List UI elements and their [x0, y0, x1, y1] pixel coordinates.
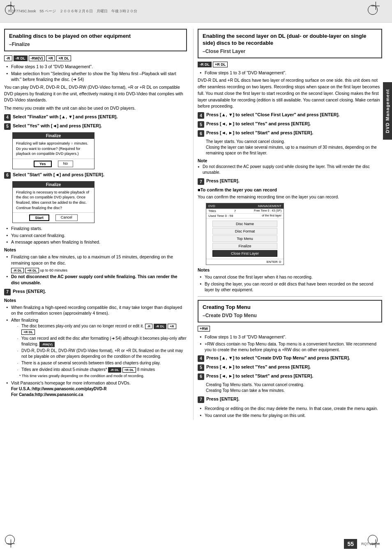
- main-content: Enabling discs to be played on other equ…: [0, 23, 392, 426]
- dvd-screen-row1: Titles 7 Free Time 0 : 43 (SP): [206, 209, 284, 214]
- note-ac: Do not disconnect the AC power supply co…: [6, 274, 187, 286]
- create-top-menu-intro: Follow steps 1 to 3 of "DVD Management".…: [198, 334, 382, 353]
- dash-chapters: Titles are divided into about 5-minute c…: [17, 367, 187, 373]
- dialog1-buttons: Yes No: [13, 159, 94, 169]
- url-usa: For U.S.A.:http://www.panasonic.com/play…: [11, 386, 187, 392]
- create-top-menu-subtitle: –Create DVD Top Menu: [203, 313, 377, 318]
- dash-reformat: You can record and edit the disc after f…: [17, 336, 187, 347]
- after-notes: When finalizing a high-speed recording c…: [4, 304, 187, 379]
- dialog1-body: Finalizing will take approximately ○ min…: [13, 139, 94, 159]
- url-canada: For Canada:http://www.panasonic.ca: [11, 392, 187, 398]
- after-step6-ctm: Creating Top Menu starts. You cannot can…: [198, 382, 382, 394]
- dialog2-buttons: Start Cancel: [13, 212, 94, 223]
- dvd-menu-finalize: Finalize: [212, 243, 277, 249]
- bullet-cannot-cancel: You cannot cancel finalizing.: [6, 233, 187, 239]
- ctm-after-bullets: Recording or editing on the disc may del…: [198, 405, 382, 418]
- step7-close-layer: 7 Press [ENTER].: [198, 178, 382, 185]
- badge-r-dl-note: -R DL: [11, 268, 24, 273]
- finalize-section-box: Enabling discs to be played on other equ…: [4, 29, 187, 51]
- confirm-layer-title: ■To confirm the layer you can record: [198, 187, 382, 192]
- step5-close-layer: 5 Press [◄, ►] to select "Yes" and press…: [198, 121, 382, 128]
- badge-r-dl-ch: -R DL: [108, 367, 121, 373]
- dialog1-no[interactable]: No: [58, 161, 74, 167]
- badge-rw: +RW: [198, 326, 210, 332]
- dialog2-title: Finalize: [13, 182, 94, 188]
- header-text: RQT7745C.book 55 ページ ２００６年２月６日 月曜日 午後３時２…: [8, 9, 137, 14]
- close-layer-body: DVD-R DL and +R DL discs have two layer …: [198, 77, 382, 110]
- dash-playonly: The disc becomes play-only and you can n…: [17, 323, 187, 335]
- note-after: After finalizing The disc becomes play-o…: [6, 317, 187, 378]
- notes-cl-after-label: Notes: [198, 267, 382, 272]
- star-note: * This time varies greatly depending on …: [11, 373, 187, 379]
- badge-r-dl-inline: -R DL: [154, 324, 166, 329]
- finalize-title: Enabling discs to be played on other equ…: [9, 33, 182, 40]
- after-step6-cl: The layer starts. You cannot cancel clos…: [198, 139, 382, 156]
- dvd-menu-top-menu: Top Menu: [212, 235, 277, 242]
- notes-label: Notes: [4, 247, 187, 252]
- step7-finalize: 7 Press [ENTER].: [4, 288, 187, 295]
- dialog2-cancel[interactable]: Cancel: [55, 214, 78, 221]
- close-layer-title: Enabling the second layer on DL (dual- o…: [203, 33, 377, 47]
- create-top-menu-title: Creating Top Menu: [203, 304, 377, 311]
- left-column: Enabling discs to be played on other equ…: [4, 29, 193, 420]
- bullet-cl-steps: Follow steps 1 to 3 of "DVD Management".: [200, 70, 382, 76]
- dvd-screen-header: DVD MANAGEMENT: [206, 203, 284, 209]
- dialog1-yes[interactable]: Yes: [34, 161, 52, 167]
- crosshair-tr: [371, 2, 380, 10]
- finalize-notes: Finalizing can take a few minutes, up to…: [4, 254, 187, 286]
- finalize-body2: The menu you create with the unit can al…: [4, 105, 187, 112]
- step4-finalize: 4 Select "Finalize" with [▲, ▼] and pres…: [4, 114, 187, 121]
- dvd-menu-disc-format: Disc Format: [212, 228, 277, 235]
- close-layer-subtitle: –Close First Layer: [203, 48, 377, 54]
- bullet-message: A message appears when finalizing is fin…: [6, 239, 187, 245]
- page-number: 55: [344, 539, 357, 549]
- finalize-badges: -R -R DL -RW(V) +R +R DL: [4, 55, 187, 61]
- page-header: RQT7745C.book 55 ページ ２００６年２月６日 月曜日 午後３時２…: [0, 0, 392, 23]
- section-divider: [198, 296, 382, 297]
- step4-close-layer: 4 Press [▲, ▼] to select "Close First La…: [198, 112, 382, 119]
- create-top-menu-badges: +RW: [198, 326, 382, 332]
- note-cl-label: Note: [198, 158, 382, 163]
- dialog2-body: Finalizing is necessary to enable playba…: [13, 188, 94, 212]
- footer-code: RQTV0134: [361, 542, 380, 546]
- badge-r-inline: -R: [145, 324, 152, 329]
- bullet-ctm-delete: Recording or editing on the disc may del…: [200, 405, 382, 412]
- note-time: Finalizing can take a few minutes, up to…: [6, 254, 187, 273]
- badge-cl-plus-r-dl: +R DL: [213, 62, 228, 67]
- note-cl2: By closing the layer, you can record or …: [200, 281, 382, 293]
- finalize-body1: You can play DVD-R, DVD-R DL, DVD-RW (DV…: [4, 84, 187, 104]
- bullet-starts: Finalizing starts.: [6, 226, 187, 232]
- step6-ctm: 6 Press [◄, ►] to select "Start" and pre…: [198, 373, 382, 380]
- badge-rwv-inline: -RW(V): [39, 342, 55, 347]
- bullet-make-selection: Make selection from "Selecting whether t…: [6, 71, 187, 83]
- badge-r-dl: -R DL: [14, 55, 28, 61]
- finalize-subtitle: –Finalize: [9, 41, 182, 47]
- dialog2-start[interactable]: Start: [29, 214, 49, 221]
- step5-finalize: 5 Select "Yes" with [◄] and press [ENTER…: [4, 123, 187, 130]
- dvd-menu-close-first-layer: Close First Layer: [212, 250, 277, 257]
- badge-plus-r-dl-ch: +R DL: [122, 367, 136, 373]
- notes-label2: Notes: [4, 298, 187, 303]
- dialog1-finalize: Finalize Finalizing will take approximat…: [12, 132, 95, 169]
- note-highspeed: When finalizing a high-speed recording c…: [6, 304, 187, 316]
- close-layer-badges: -R DL +R DL: [198, 62, 382, 67]
- badge-cl-r-dl: -R DL: [198, 62, 212, 67]
- dash-pause: There is a pause of several seconds betw…: [17, 360, 187, 366]
- dialog1-title: Finalize: [13, 133, 94, 139]
- close-layer-intro: Follow steps 1 to 3 of "DVD Management".: [198, 70, 382, 76]
- crosshair-tl: [7, 2, 15, 10]
- badge-rwv: -RW(V): [29, 55, 45, 61]
- badge-plus-r-dl-inline: +R DL: [21, 329, 35, 335]
- bullet-visit: Visit Panasonic's homepage for more info…: [6, 380, 187, 398]
- after-finalize-bullets: Finalizing starts. You cannot cancel fin…: [4, 226, 187, 245]
- visit-panasonic: Visit Panasonic's homepage for more info…: [4, 380, 187, 398]
- step6-finalize: 6 Select "Start" with [◄] and press [ENT…: [4, 172, 187, 179]
- step6-close-layer: 6 Press [◄, ►] to select "Start" and pre…: [198, 130, 382, 137]
- note-cl-ac: Do not disconnect the AC power supply co…: [198, 164, 382, 175]
- close-layer-notes: You cannot close the first layer when it…: [198, 274, 382, 293]
- crosshair-bl: [7, 539, 15, 548]
- step4-ctm: 4 Press [▲, ▼] to select "Create DVD Top…: [198, 355, 382, 362]
- note-cl1: You cannot close the first layer when it…: [200, 274, 382, 280]
- step5-ctm: 5 Press [◄, ►] to select "Yes" and press…: [198, 364, 382, 371]
- badge-plus-r-dl-note: +R DL: [25, 268, 39, 273]
